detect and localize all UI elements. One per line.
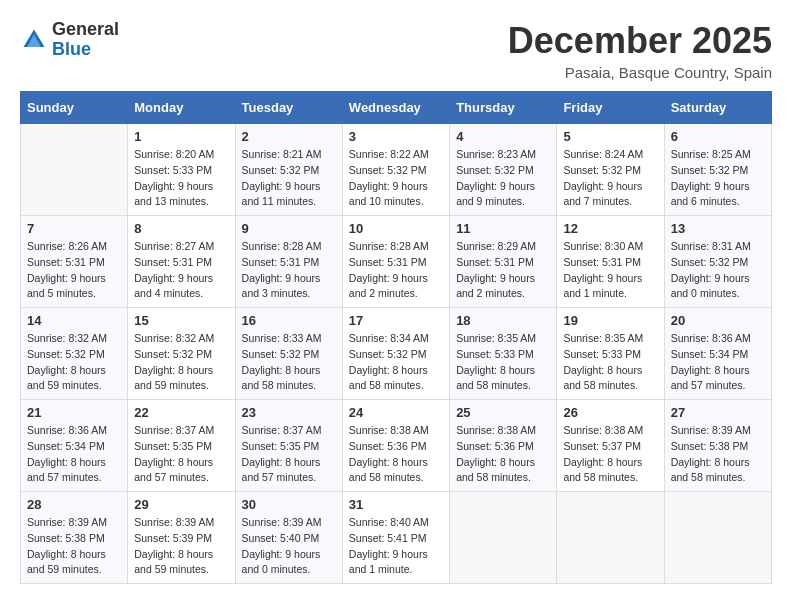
weekday-header-saturday: Saturday [664, 92, 771, 124]
day-number: 26 [563, 405, 657, 420]
calendar-cell: 27Sunrise: 8:39 AMSunset: 5:38 PMDayligh… [664, 400, 771, 492]
calendar-cell: 31Sunrise: 8:40 AMSunset: 5:41 PMDayligh… [342, 492, 449, 584]
calendar-cell: 5Sunrise: 8:24 AMSunset: 5:32 PMDaylight… [557, 124, 664, 216]
weekday-header-monday: Monday [128, 92, 235, 124]
day-info: Sunrise: 8:30 AMSunset: 5:31 PMDaylight:… [563, 239, 657, 302]
day-info: Sunrise: 8:21 AMSunset: 5:32 PMDaylight:… [242, 147, 336, 210]
day-number: 27 [671, 405, 765, 420]
logo-icon [20, 26, 48, 54]
day-info: Sunrise: 8:20 AMSunset: 5:33 PMDaylight:… [134, 147, 228, 210]
day-info: Sunrise: 8:39 AMSunset: 5:38 PMDaylight:… [27, 515, 121, 578]
calendar-cell: 23Sunrise: 8:37 AMSunset: 5:35 PMDayligh… [235, 400, 342, 492]
title-section: December 2025 Pasaia, Basque Country, Sp… [508, 20, 772, 81]
calendar-cell: 13Sunrise: 8:31 AMSunset: 5:32 PMDayligh… [664, 216, 771, 308]
calendar-table: SundayMondayTuesdayWednesdayThursdayFrid… [20, 91, 772, 584]
day-number: 19 [563, 313, 657, 328]
calendar-cell: 4Sunrise: 8:23 AMSunset: 5:32 PMDaylight… [450, 124, 557, 216]
calendar-cell: 16Sunrise: 8:33 AMSunset: 5:32 PMDayligh… [235, 308, 342, 400]
day-info: Sunrise: 8:31 AMSunset: 5:32 PMDaylight:… [671, 239, 765, 302]
calendar-cell: 12Sunrise: 8:30 AMSunset: 5:31 PMDayligh… [557, 216, 664, 308]
calendar-cell: 22Sunrise: 8:37 AMSunset: 5:35 PMDayligh… [128, 400, 235, 492]
day-number: 2 [242, 129, 336, 144]
calendar-cell: 11Sunrise: 8:29 AMSunset: 5:31 PMDayligh… [450, 216, 557, 308]
month-title: December 2025 [508, 20, 772, 62]
day-number: 5 [563, 129, 657, 144]
day-info: Sunrise: 8:25 AMSunset: 5:32 PMDaylight:… [671, 147, 765, 210]
day-number: 31 [349, 497, 443, 512]
calendar-cell: 26Sunrise: 8:38 AMSunset: 5:37 PMDayligh… [557, 400, 664, 492]
calendar-cell [450, 492, 557, 584]
logo-text: General Blue [52, 20, 119, 60]
weekday-header-row: SundayMondayTuesdayWednesdayThursdayFrid… [21, 92, 772, 124]
day-info: Sunrise: 8:39 AMSunset: 5:40 PMDaylight:… [242, 515, 336, 578]
calendar-cell [21, 124, 128, 216]
calendar-cell: 19Sunrise: 8:35 AMSunset: 5:33 PMDayligh… [557, 308, 664, 400]
day-number: 22 [134, 405, 228, 420]
day-number: 25 [456, 405, 550, 420]
day-info: Sunrise: 8:36 AMSunset: 5:34 PMDaylight:… [27, 423, 121, 486]
day-info: Sunrise: 8:28 AMSunset: 5:31 PMDaylight:… [349, 239, 443, 302]
day-info: Sunrise: 8:38 AMSunset: 5:36 PMDaylight:… [456, 423, 550, 486]
day-number: 23 [242, 405, 336, 420]
calendar-cell: 2Sunrise: 8:21 AMSunset: 5:32 PMDaylight… [235, 124, 342, 216]
day-number: 8 [134, 221, 228, 236]
calendar-cell [557, 492, 664, 584]
header: General Blue December 2025 Pasaia, Basqu… [20, 20, 772, 81]
weekday-header-friday: Friday [557, 92, 664, 124]
day-number: 13 [671, 221, 765, 236]
logo: General Blue [20, 20, 119, 60]
day-number: 9 [242, 221, 336, 236]
week-row-3: 14Sunrise: 8:32 AMSunset: 5:32 PMDayligh… [21, 308, 772, 400]
calendar-cell: 21Sunrise: 8:36 AMSunset: 5:34 PMDayligh… [21, 400, 128, 492]
calendar-cell: 6Sunrise: 8:25 AMSunset: 5:32 PMDaylight… [664, 124, 771, 216]
day-number: 4 [456, 129, 550, 144]
calendar-cell: 9Sunrise: 8:28 AMSunset: 5:31 PMDaylight… [235, 216, 342, 308]
calendar-cell: 18Sunrise: 8:35 AMSunset: 5:33 PMDayligh… [450, 308, 557, 400]
day-number: 3 [349, 129, 443, 144]
week-row-5: 28Sunrise: 8:39 AMSunset: 5:38 PMDayligh… [21, 492, 772, 584]
day-info: Sunrise: 8:38 AMSunset: 5:37 PMDaylight:… [563, 423, 657, 486]
day-number: 18 [456, 313, 550, 328]
day-info: Sunrise: 8:38 AMSunset: 5:36 PMDaylight:… [349, 423, 443, 486]
calendar-cell: 17Sunrise: 8:34 AMSunset: 5:32 PMDayligh… [342, 308, 449, 400]
day-number: 24 [349, 405, 443, 420]
day-number: 30 [242, 497, 336, 512]
calendar-cell [664, 492, 771, 584]
day-number: 11 [456, 221, 550, 236]
calendar-cell: 7Sunrise: 8:26 AMSunset: 5:31 PMDaylight… [21, 216, 128, 308]
week-row-4: 21Sunrise: 8:36 AMSunset: 5:34 PMDayligh… [21, 400, 772, 492]
day-info: Sunrise: 8:40 AMSunset: 5:41 PMDaylight:… [349, 515, 443, 578]
day-info: Sunrise: 8:28 AMSunset: 5:31 PMDaylight:… [242, 239, 336, 302]
day-info: Sunrise: 8:29 AMSunset: 5:31 PMDaylight:… [456, 239, 550, 302]
day-info: Sunrise: 8:32 AMSunset: 5:32 PMDaylight:… [134, 331, 228, 394]
day-info: Sunrise: 8:39 AMSunset: 5:38 PMDaylight:… [671, 423, 765, 486]
calendar-cell: 1Sunrise: 8:20 AMSunset: 5:33 PMDaylight… [128, 124, 235, 216]
day-number: 7 [27, 221, 121, 236]
day-number: 10 [349, 221, 443, 236]
day-info: Sunrise: 8:36 AMSunset: 5:34 PMDaylight:… [671, 331, 765, 394]
day-info: Sunrise: 8:35 AMSunset: 5:33 PMDaylight:… [456, 331, 550, 394]
calendar-cell: 30Sunrise: 8:39 AMSunset: 5:40 PMDayligh… [235, 492, 342, 584]
day-number: 16 [242, 313, 336, 328]
day-info: Sunrise: 8:34 AMSunset: 5:32 PMDaylight:… [349, 331, 443, 394]
day-number: 17 [349, 313, 443, 328]
logo-blue-text: Blue [52, 40, 119, 60]
weekday-header-tuesday: Tuesday [235, 92, 342, 124]
weekday-header-wednesday: Wednesday [342, 92, 449, 124]
day-number: 21 [27, 405, 121, 420]
calendar-cell: 10Sunrise: 8:28 AMSunset: 5:31 PMDayligh… [342, 216, 449, 308]
calendar-cell: 8Sunrise: 8:27 AMSunset: 5:31 PMDaylight… [128, 216, 235, 308]
day-number: 28 [27, 497, 121, 512]
calendar-cell: 15Sunrise: 8:32 AMSunset: 5:32 PMDayligh… [128, 308, 235, 400]
weekday-header-sunday: Sunday [21, 92, 128, 124]
weekday-header-thursday: Thursday [450, 92, 557, 124]
calendar-cell: 25Sunrise: 8:38 AMSunset: 5:36 PMDayligh… [450, 400, 557, 492]
day-info: Sunrise: 8:32 AMSunset: 5:32 PMDaylight:… [27, 331, 121, 394]
calendar-cell: 29Sunrise: 8:39 AMSunset: 5:39 PMDayligh… [128, 492, 235, 584]
day-info: Sunrise: 8:23 AMSunset: 5:32 PMDaylight:… [456, 147, 550, 210]
day-info: Sunrise: 8:27 AMSunset: 5:31 PMDaylight:… [134, 239, 228, 302]
day-number: 15 [134, 313, 228, 328]
calendar-cell: 14Sunrise: 8:32 AMSunset: 5:32 PMDayligh… [21, 308, 128, 400]
day-info: Sunrise: 8:24 AMSunset: 5:32 PMDaylight:… [563, 147, 657, 210]
day-number: 6 [671, 129, 765, 144]
